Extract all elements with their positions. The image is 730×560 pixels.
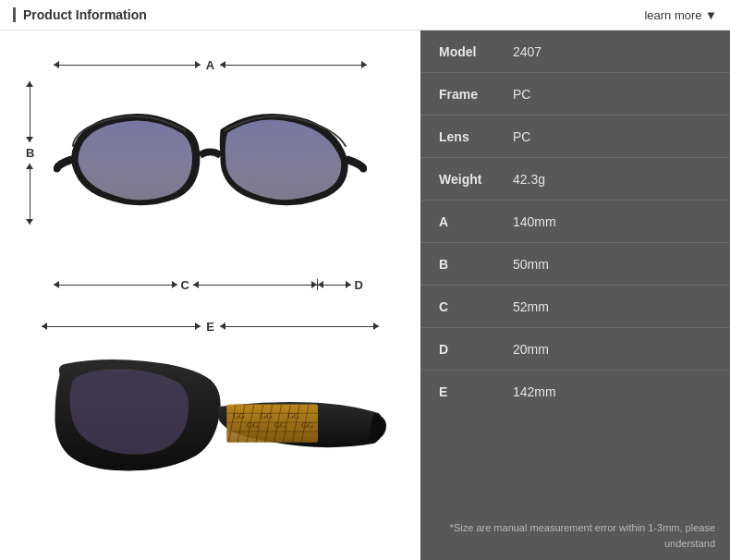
svg-text:GG: GG — [301, 420, 313, 430]
left-panel: A B — [0, 30, 420, 560]
spec-key: B — [439, 257, 513, 272]
learn-more-link[interactable]: learn more ▼ — [644, 8, 717, 22]
spec-row: Model2407 — [420, 30, 730, 73]
glasses-side-image: GG GG GG GG GG GG — [28, 335, 393, 530]
spec-value: PC — [513, 129, 530, 144]
header-bar-decoration — [13, 7, 16, 22]
svg-text:GG: GG — [287, 411, 299, 420]
dimension-D-arrow: D — [318, 278, 367, 292]
dimension-E-line-left — [42, 326, 201, 327]
spec-table: Model2407FramePCLensPCWeight42.3gA140mmB… — [420, 30, 730, 513]
dimension-A-line — [54, 65, 201, 66]
spec-key: E — [439, 384, 513, 399]
glasses-side-svg: GG GG GG GG GG GG — [28, 335, 393, 530]
spec-note: *Size are manual measurement error withi… — [420, 513, 730, 560]
spec-row: LensPC — [420, 116, 730, 158]
dimension-B-arrow: B — [26, 81, 34, 225]
dimension-C-line-right — [193, 285, 317, 286]
dimension-C-arrow: C — [54, 278, 317, 292]
header-left: Product Information — [13, 7, 147, 22]
spec-value: 50mm — [513, 257, 549, 272]
dimension-E-arrow: E — [42, 320, 379, 334]
spec-row: FramePC — [420, 73, 730, 116]
spec-key: A — [439, 214, 513, 229]
dimension-B-line — [30, 81, 30, 142]
dimension-A-line-right — [220, 65, 367, 66]
dimension-A-arrow: A — [54, 58, 367, 72]
spec-value: 52mm — [513, 299, 549, 314]
svg-text:GG: GG — [233, 411, 245, 420]
dimension-E-line-right — [220, 326, 379, 327]
page-title: Product Information — [23, 7, 147, 22]
svg-text:GG: GG — [274, 420, 286, 430]
dimension-D-label: D — [351, 278, 367, 292]
spec-value: 42.3g — [513, 172, 545, 187]
spec-row: A140mm — [420, 201, 730, 243]
spec-value: 2407 — [513, 44, 541, 59]
spec-row: E142mm — [420, 371, 730, 413]
dimension-CD-row: C D — [54, 275, 367, 294]
dimension-C-line — [54, 285, 177, 286]
spec-value: PC — [513, 87, 530, 102]
dimension-B-line-bottom — [30, 164, 30, 225]
product-header: Product Information learn more ▼ — [0, 0, 730, 30]
svg-text:GG: GG — [247, 420, 259, 430]
right-panel: Model2407FramePCLensPCWeight42.3gA140mmB… — [420, 30, 730, 560]
spec-value: 142mm — [513, 384, 556, 399]
spec-row: B50mm — [420, 243, 730, 286]
svg-text:GG: GG — [261, 411, 273, 420]
dimension-A-label: A — [201, 58, 220, 72]
glasses-front-image — [54, 75, 367, 271]
glasses-front-svg — [54, 75, 367, 271]
main-content: A B — [0, 30, 730, 560]
spec-row: C52mm — [420, 286, 730, 328]
dimension-B-label: B — [26, 142, 34, 164]
front-diagram: A B — [18, 49, 402, 298]
dimension-E-label: E — [201, 320, 220, 334]
spec-key: Lens — [439, 129, 513, 144]
spec-key: Frame — [439, 87, 513, 102]
spec-key: C — [439, 299, 513, 314]
spec-key: Model — [439, 44, 513, 59]
spec-value: 140mm — [513, 214, 556, 229]
spec-row: D20mm — [420, 328, 730, 371]
dimension-D-line — [318, 285, 351, 286]
spec-value: 20mm — [513, 342, 549, 357]
spec-row: Weight42.3g — [420, 158, 730, 201]
spec-key: Weight — [439, 172, 513, 187]
dimension-C-label: C — [177, 278, 193, 292]
spec-key: D — [439, 342, 513, 357]
side-diagram: E — [18, 312, 402, 534]
